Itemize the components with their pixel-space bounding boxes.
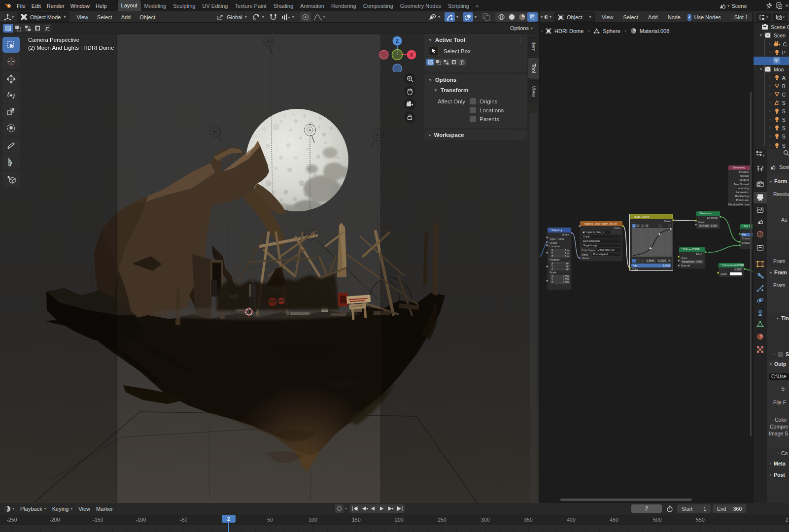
svg-text:-100: -100 xyxy=(136,517,146,523)
svg-text:2: 2 xyxy=(786,517,789,523)
svg-text:50: 50 xyxy=(267,517,273,523)
svg-text:200: 200 xyxy=(395,517,404,523)
svg-text:-250: -250 xyxy=(6,517,17,523)
svg-text:-150: -150 xyxy=(93,517,103,523)
svg-text:400: 400 xyxy=(567,517,576,523)
svg-text:550: 550 xyxy=(696,517,705,523)
svg-text:500: 500 xyxy=(653,517,662,523)
svg-text:-200: -200 xyxy=(49,517,60,523)
svg-text:100: 100 xyxy=(309,517,317,523)
svg-text:250: 250 xyxy=(438,517,446,523)
svg-text:2: 2 xyxy=(227,516,230,522)
svg-text:-50: -50 xyxy=(180,517,187,523)
svg-text:Z: Z xyxy=(396,38,399,44)
svg-text:350: 350 xyxy=(524,517,533,523)
svg-text:300: 300 xyxy=(481,517,490,523)
svg-text:150: 150 xyxy=(352,517,361,523)
svg-text:X: X xyxy=(410,52,413,58)
svg-text:450: 450 xyxy=(610,517,618,523)
